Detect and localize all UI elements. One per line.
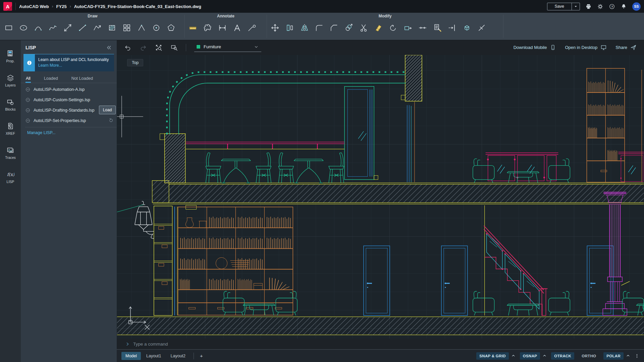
command-bar[interactable]: Type a command xyxy=(117,339,644,350)
add-layout-button[interactable]: + xyxy=(198,353,205,359)
toggle-snap-grid[interactable]: SNAP & GRID xyxy=(476,352,509,360)
sidebar-item-label: LISP xyxy=(7,180,14,184)
learn-more-link[interactable]: Learn More... xyxy=(38,63,109,68)
cad-drawing[interactable] xyxy=(117,55,644,339)
tool-match-properties-icon[interactable] xyxy=(430,19,445,36)
right-edge-railing xyxy=(618,70,644,182)
drawing-viewport[interactable]: Top xyxy=(117,55,644,339)
tool-extend-icon[interactable] xyxy=(445,19,460,36)
lisp-file-row[interactable]: AutoLISP-Automation-A.lsp xyxy=(21,84,117,95)
manage-lisp-link[interactable]: Manage LISP... xyxy=(27,130,56,135)
tool-break-icon[interactable] xyxy=(474,19,489,36)
tool-point-icon[interactable] xyxy=(134,19,149,36)
user-avatar[interactable]: SS xyxy=(632,2,641,11)
settings-gear-icon[interactable] xyxy=(597,3,603,10)
tool-text-icon[interactable] xyxy=(230,19,245,36)
chevron-up-icon[interactable] xyxy=(511,354,516,357)
toggle-osnap[interactable]: OSNAP xyxy=(520,352,540,360)
tool-fillet-icon[interactable] xyxy=(312,19,327,36)
tab-layout2[interactable]: Layout2 xyxy=(167,352,190,360)
collapse-panel-icon[interactable] xyxy=(106,45,112,51)
toggle-polar[interactable]: POLAR xyxy=(603,352,624,360)
help-icon[interactable]: ? xyxy=(609,3,615,10)
load-button[interactable]: Load xyxy=(99,106,116,114)
tool-dimension-icon[interactable] xyxy=(215,19,230,36)
save-dropdown-button[interactable] xyxy=(572,3,580,10)
sidebar-item-traces[interactable]: Traces xyxy=(0,142,21,164)
more-options-icon[interactable] xyxy=(635,353,639,359)
breadcrumb-app[interactable]: AutoCAD Web xyxy=(19,4,49,9)
tool-copy-icon[interactable] xyxy=(341,19,356,36)
breadcrumb-project[interactable]: FY25 xyxy=(56,4,67,9)
tool-move-icon[interactable] xyxy=(268,19,282,36)
tool-trim-icon[interactable] xyxy=(356,19,371,36)
tool-array-icon[interactable] xyxy=(119,19,134,36)
toggle-ortho[interactable]: ORTHO xyxy=(579,352,599,360)
layer-dropdown[interactable]: Furniture xyxy=(194,43,261,52)
printer-icon[interactable] xyxy=(585,3,592,10)
tab-all[interactable]: All xyxy=(25,75,31,83)
tool-line-icon[interactable] xyxy=(75,19,90,36)
sidebar-item-blocks[interactable]: Blocks xyxy=(0,94,21,115)
tool-offset-icon[interactable] xyxy=(282,19,297,36)
chevron-up-icon[interactable] xyxy=(626,354,630,357)
lisp-file-row[interactable]: AutoLISP-Custom-Settings.lsp xyxy=(21,95,117,105)
caret-down-icon xyxy=(574,5,578,8)
tool-linear-dimension-icon[interactable] xyxy=(185,19,200,36)
tool-hatch-icon[interactable] xyxy=(105,19,119,36)
sidebar-item-layers[interactable]: Layers xyxy=(0,70,21,91)
toggle-otrack[interactable]: OTRACK xyxy=(551,352,574,360)
redo-icon[interactable] xyxy=(140,44,147,51)
open-in-desktop-link[interactable]: Open in Desktop xyxy=(565,44,607,51)
lisp-file-row[interactable]: AutoLISP-Set-Properties.lsp xyxy=(21,115,117,126)
divider xyxy=(25,127,117,127)
tab-not-loaded[interactable]: Not Loaded xyxy=(71,75,94,83)
tool-polygon-icon[interactable] xyxy=(164,19,178,36)
sidebar-item-xref[interactable]: XREF xyxy=(0,118,21,139)
collapse-item-icon[interactable] xyxy=(25,108,31,113)
tab-layout1[interactable]: Layout1 xyxy=(142,352,165,360)
tool-rotate-icon[interactable] xyxy=(386,19,400,36)
tool-xline-icon[interactable] xyxy=(60,19,75,36)
collapse-item-icon[interactable] xyxy=(25,87,31,92)
lisp-file-row[interactable]: AutoLISP-Drafting-Standards.lsp Load xyxy=(21,105,117,115)
tool-mirror-icon[interactable] xyxy=(297,19,312,36)
undo-icon[interactable] xyxy=(124,44,131,51)
tool-polyline-icon[interactable] xyxy=(90,19,105,36)
tab-model[interactable]: Model xyxy=(121,352,141,360)
ribbon-group-label: Annotate xyxy=(185,14,266,19)
refresh-icon[interactable] xyxy=(108,118,114,123)
save-button[interactable]: Save xyxy=(547,3,572,10)
chevron-up-icon[interactable] xyxy=(542,354,547,357)
collapse-item-icon[interactable] xyxy=(25,97,31,103)
sidebar-item-properties[interactable]: Prop. xyxy=(0,46,21,67)
command-input[interactable]: Type a command xyxy=(133,342,168,347)
tool-donut-icon[interactable] xyxy=(149,19,164,36)
tool-arc-icon[interactable] xyxy=(31,19,46,36)
tool-ellipse-icon[interactable] xyxy=(16,19,31,36)
collapse-item-icon[interactable] xyxy=(25,118,31,123)
ribbon-group-modify: Modify xyxy=(268,13,502,40)
tab-loaded[interactable]: Loaded xyxy=(44,75,58,83)
sidebar-item-lisp[interactable]: f(x) LISP xyxy=(0,166,21,188)
tool-explode-icon[interactable] xyxy=(460,19,474,36)
divider xyxy=(267,15,267,38)
tool-rectangle-icon[interactable] xyxy=(1,19,16,36)
tool-join-icon[interactable] xyxy=(415,19,430,36)
divider xyxy=(184,15,185,38)
tool-spline-icon[interactable] xyxy=(46,19,60,36)
tool-multileader-icon[interactable] xyxy=(245,19,259,36)
download-mobile-link[interactable]: Download Mobile xyxy=(514,44,556,51)
zoom-extents-icon[interactable] xyxy=(155,44,162,51)
tool-chamfer-icon[interactable] xyxy=(327,19,341,36)
zoom-window-icon[interactable] xyxy=(170,44,178,51)
view-label[interactable]: Top xyxy=(127,59,143,66)
share-link[interactable]: Share xyxy=(615,44,637,51)
phone-icon xyxy=(550,44,556,51)
ribbon-group-draw: Draw xyxy=(1,13,184,40)
lisp-panel: LISP Learn about LISP and DCL functional… xyxy=(21,40,117,362)
tool-revision-cloud-icon[interactable] xyxy=(200,19,215,36)
notifications-bell-icon[interactable] xyxy=(621,3,627,10)
tool-erase-icon[interactable] xyxy=(371,19,386,36)
tool-stretch-icon[interactable] xyxy=(400,19,415,36)
